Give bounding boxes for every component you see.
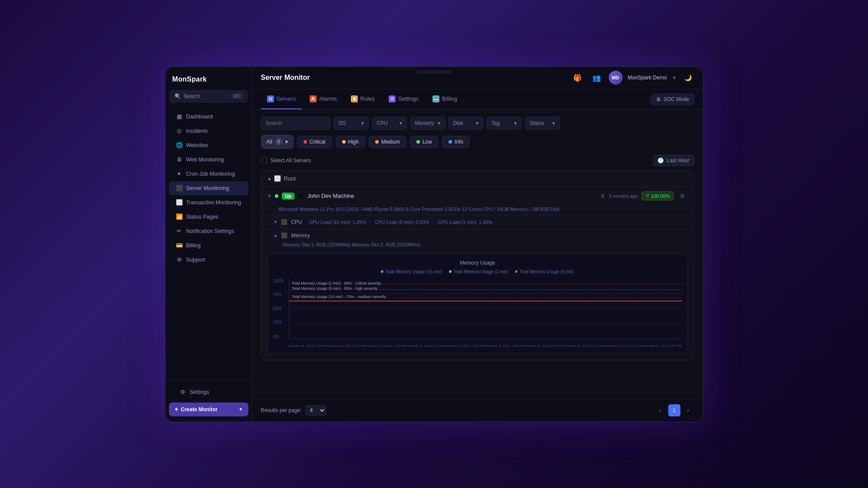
status-info[interactable]: Info <box>442 136 470 148</box>
tag-chevron-icon: ▾ <box>514 120 517 126</box>
sidebar-item-incidents[interactable]: ◎ Incidents <box>169 124 248 138</box>
sidebar-item-transaction[interactable]: ⬜ Transaction Monitoring <box>169 196 248 210</box>
user-name[interactable]: MonSpark Demo <box>628 75 667 81</box>
rules-tab-icon: 📋 <box>351 95 358 102</box>
tabs-bar: 🖥 Servers 🔔 Alarms 📋 Rules ⚙ Settings 💳 <box>252 89 703 110</box>
disk-filter[interactable]: Disk ▾ <box>449 117 483 130</box>
info-dot <box>449 140 452 144</box>
user-avatar[interactable]: MD <box>609 71 623 85</box>
search-area: 🔍 Search ⌘K <box>165 90 252 108</box>
cpu-filter[interactable]: CPU ▾ <box>372 117 407 130</box>
status-filter[interactable]: Status ▾ <box>525 117 560 130</box>
last-hour-button[interactable]: 🕐 Last Hour <box>653 155 694 166</box>
dropdown-arrow-icon: ▼ <box>239 407 243 412</box>
server-item: ▼ Up 🖥 John Dev Machine 🗓 5 months ago ↗ <box>261 187 694 360</box>
server-meta: 🗓 5 months ago ↗ 100.00% ⚙ <box>601 191 687 201</box>
tab-billing[interactable]: 💳 Billing <box>426 89 463 109</box>
billing-tab-icon: 💳 <box>432 95 439 102</box>
pagination-controls: ‹ 1 › <box>654 404 694 416</box>
sidebar-item-notifications[interactable]: ✏ Notification Settings <box>169 224 248 238</box>
next-page-button[interactable]: › <box>682 404 694 416</box>
select-all-label[interactable]: Select All Servers <box>261 157 311 164</box>
medium-dot <box>375 140 379 144</box>
content-area: OS ▾ CPU ▾ Memory ▾ Disk ▾ <box>252 110 703 399</box>
tag-filter[interactable]: Tag ▾ <box>487 117 521 130</box>
billing-icon: 💳 <box>176 242 183 249</box>
server-settings-button[interactable]: ⚙ <box>677 191 688 201</box>
status-critical[interactable]: Critical <box>297 136 332 148</box>
status-medium[interactable]: Medium <box>369 136 406 148</box>
tab-alarms[interactable]: 🔔 Alarms <box>304 89 343 109</box>
critical-dot <box>304 140 307 144</box>
server-header: ▼ Up 🖥 John Dev Machine 🗓 5 months ago ↗ <box>261 187 694 206</box>
sidebar-item-billing[interactable]: 💳 Billing <box>169 239 248 252</box>
search-button[interactable]: 🔍 Search ⌘K <box>170 90 248 102</box>
cpu-collapse-icon: ▼ <box>274 219 278 224</box>
sidebar-item-web-monitoring[interactable]: 🖥 Web Monitoring <box>169 153 248 167</box>
windows-icon: 🖥 <box>298 193 304 200</box>
notifications-icon: ✏ <box>176 228 183 235</box>
sidebar-item-label: Billing <box>186 242 201 249</box>
soc-mode-button[interactable]: 🖥 SOC Mode <box>651 94 694 105</box>
cpu-section-toggle[interactable]: ▼ ⬛ CPU CPU Load (15 min): 1.25% CPU Loa… <box>261 215 694 229</box>
theme-toggle-button[interactable]: 🌙 <box>682 72 694 84</box>
status-all-button[interactable]: All 0 ▾ <box>261 135 294 149</box>
cpu-icon: ⬛ <box>281 219 287 225</box>
memory-filter[interactable]: Memory ▾ <box>410 117 445 130</box>
sidebar-item-label: Websites <box>186 142 208 148</box>
servers-tab-icon: 🖥 <box>267 95 274 102</box>
os-chevron-icon: ▾ <box>361 120 364 126</box>
low-dot <box>416 140 420 144</box>
tab-rules[interactable]: 📋 Rules <box>345 89 381 109</box>
all-chevron-icon: ▾ <box>285 139 288 145</box>
memory-chevron-icon: ▾ <box>438 120 440 126</box>
sidebar-item-websites[interactable]: 🌐 Websites <box>169 138 248 152</box>
threshold-high: Total Memory Usage (5 min) - 85% - high … <box>289 289 682 290</box>
server-expand-icon[interactable]: ▼ <box>267 193 272 198</box>
gift-icon-button[interactable]: 🎁 <box>571 71 584 85</box>
sidebar-item-server-monitoring[interactable]: ⬛ Server Monitoring <box>169 181 248 195</box>
user-dropdown-icon[interactable]: ▼ <box>672 75 677 80</box>
tab-settings[interactable]: ⚙ Settings <box>383 89 425 109</box>
page-1-button[interactable]: 1 <box>668 404 680 416</box>
prev-page-button[interactable]: ‹ <box>654 404 667 416</box>
chart-area: 100% 75% 50% 25% 0% Total Memory Usa <box>273 278 682 348</box>
sidebar-item-dashboard[interactable]: ▦ Dashboard <box>169 110 248 124</box>
grid-line-75 <box>289 293 682 294</box>
search-input[interactable] <box>261 117 330 130</box>
status-high[interactable]: High <box>336 136 366 148</box>
settings-nav-item[interactable]: ⚙ Settings <box>172 385 245 399</box>
plus-icon: ✦ <box>174 406 178 413</box>
legend-item-1min: Total Memory Usage (1 min) <box>449 269 508 274</box>
header-actions: 🎁 👥 MD MonSpark Demo ▼ 🌙 <box>571 71 694 85</box>
root-group-header[interactable]: ▲ ⬜ Root <box>261 171 694 187</box>
settings-icon: ⚙ <box>179 389 186 396</box>
select-all-checkbox[interactable] <box>261 157 267 164</box>
sidebar: MonSpark 🔍 Search ⌘K ▦ Dashboard ◎ Incid… <box>165 67 252 422</box>
sidebar-item-cron-job[interactable]: ✦ Cron Job Monitoring <box>169 167 248 181</box>
memory-section-toggle[interactable]: ▲ ⬛ Memory <box>261 229 694 242</box>
threshold-medium: Total Memory Usage (15 min) - 70% - medi… <box>289 298 682 298</box>
support-icon: ⚙ <box>176 256 183 263</box>
threshold-critical-label: Total Memory Usage (1 min) - 90% - criti… <box>291 281 382 285</box>
os-filter[interactable]: OS ▾ <box>334 117 369 130</box>
tab-servers[interactable]: 🖥 Servers <box>261 89 302 109</box>
server-specs: Microsoft Windows 11 Pro 10.0.22631 / AM… <box>261 206 694 215</box>
search-label: Search <box>184 93 200 99</box>
uptime-badge: ↗ 100.00% <box>641 191 673 200</box>
create-monitor-button[interactable]: ✦ Create Monitor ▼ <box>169 403 248 416</box>
sidebar-item-support[interactable]: ⚙ Support <box>169 253 248 267</box>
filters-row: OS ▾ CPU ▾ Memory ▾ Disk ▾ <box>261 117 694 130</box>
per-page-select[interactable]: 4 10 25 <box>305 405 326 416</box>
legend-item-5min: Total Memory Usage (5 min) <box>515 269 574 274</box>
server-monitoring-icon: ⬛ <box>176 185 183 192</box>
header: Server Monitor 🎁 👥 MD MonSpark Demo ▼ 🌙 <box>252 67 703 89</box>
sidebar-item-label: Notification Settings <box>186 228 234 234</box>
status-up-badge: Up <box>282 193 294 200</box>
sidebar-item-label: Support <box>186 257 205 263</box>
dashboard-icon: ▦ <box>176 113 183 120</box>
soc-icon: 🖥 <box>656 96 661 102</box>
status-low[interactable]: Low <box>410 136 439 148</box>
users-icon-button[interactable]: 👥 <box>590 71 604 85</box>
sidebar-item-status-pages[interactable]: 📶 Status Pages <box>169 210 248 224</box>
